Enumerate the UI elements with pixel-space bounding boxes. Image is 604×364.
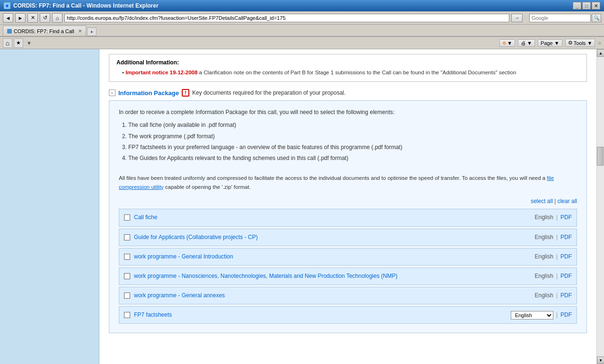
doc-row-right: English | PDF (535, 291, 572, 300)
favorites-btn[interactable]: ★ (14, 38, 23, 48)
notice-text: • Important notice 19-12-2008 a Clarific… (116, 69, 579, 77)
collapse-button[interactable]: − (109, 89, 115, 96)
content-area: Additional Information: • Important noti… (99, 49, 596, 364)
doc-pdf[interactable]: PDF (560, 311, 572, 320)
tools-label: Tools ▼ (574, 40, 593, 46)
doc-lang: English (535, 272, 553, 281)
stop-button[interactable]: ✕ (27, 13, 38, 23)
doc-name[interactable]: work programme - Nanosciences, Nanotechn… (134, 272, 398, 281)
tools-button[interactable]: ⚙ Tools ▼ (565, 39, 595, 47)
content-inner: Additional Information: • Important noti… (99, 49, 596, 338)
home-button[interactable]: ⌂ (52, 13, 62, 23)
doc-checkbox[interactable] (124, 254, 130, 260)
back-button[interactable]: ◄ (3, 13, 13, 23)
tab-close[interactable]: ✕ (78, 28, 82, 34)
doc-checkbox[interactable] (124, 234, 130, 240)
doc-pdf[interactable]: PDF (560, 252, 572, 261)
doc-list: select all | clear all Call fiche En (119, 197, 577, 324)
doc-row-left: work programme - General Introduction (124, 252, 233, 261)
additional-info-box: Additional Information: • Important noti… (109, 54, 587, 82)
doc-name[interactable]: Guide for Applicants (Collaborative proj… (134, 233, 258, 242)
doc-row: FP7 factsheets English French German | P… (119, 306, 577, 324)
doc-sep: | (556, 252, 558, 261)
doc-sep: | (556, 213, 558, 222)
list-item: The Guides for Applicants relevant to th… (128, 154, 577, 163)
doc-sep: | (556, 311, 558, 320)
exclamation-icon: ! (182, 89, 189, 97)
main-area: Additional Information: • Important noti… (0, 49, 604, 364)
doc-name[interactable]: FP7 factsheets (134, 311, 172, 320)
doc-row-right: English | PDF (535, 213, 572, 222)
forward-button[interactable]: ► (15, 13, 26, 23)
doc-row-right: English | PDF (535, 233, 572, 242)
select-all-link[interactable]: select all (531, 198, 553, 204)
scroll-up-button[interactable]: ▲ (597, 49, 604, 57)
section-header: − Information Package ! Key documents re… (109, 89, 587, 97)
doc-checkbox[interactable] (124, 273, 130, 279)
footer-note: All files have been treated uniformly an… (119, 174, 577, 191)
doc-lang: English (535, 233, 553, 242)
doc-checkbox[interactable] (124, 214, 130, 221)
rss-button[interactable]: ⊕ ▼ (499, 39, 515, 47)
info-package-section: − Information Package ! Key documents re… (109, 89, 587, 333)
info-box: In order to receive a complete Informati… (109, 100, 587, 333)
scroll-thumb[interactable] (597, 147, 604, 166)
doc-pdf[interactable]: PDF (560, 291, 572, 300)
doc-name[interactable]: work programme - General annexes (134, 291, 225, 300)
doc-row-left: Guide for Applicants (Collaborative proj… (124, 233, 258, 242)
doc-row-right: English | PDF (535, 272, 572, 281)
page-label: Page ▼ (541, 40, 560, 46)
list-item: FP7 factsheets in your preferred languag… (128, 143, 577, 152)
doc-row-left: work programme - Nanosciences, Nanotechn… (124, 272, 398, 281)
collapse-icon: − (111, 90, 114, 96)
doc-lang: English (535, 252, 553, 261)
doc-name[interactable]: Call fiche (134, 213, 157, 222)
home-toolbar-btn[interactable]: ⌂ (3, 38, 12, 48)
refresh-button[interactable]: ↺ (40, 13, 50, 23)
go-button[interactable]: → (511, 14, 523, 22)
list-item: The call fiche (only available in .pdf f… (128, 121, 577, 130)
doc-row: work programme - General annexes English… (119, 287, 577, 304)
tab-favicon (7, 29, 12, 34)
tab-label: CORDIS: FP7: Find a Call (14, 28, 74, 34)
doc-sep: | (556, 272, 558, 281)
new-tab-button[interactable]: + (87, 27, 97, 36)
language-dropdown[interactable]: English French German (511, 311, 553, 320)
info-list: The call fiche (only available in .pdf f… (128, 121, 577, 163)
doc-checkbox[interactable] (124, 312, 130, 318)
search-input[interactable] (529, 14, 591, 22)
notice-important: Important notice 19-12-2008 (125, 70, 197, 75)
section-title[interactable]: Information Package (118, 89, 179, 97)
print-button[interactable]: 🖨 ▼ (518, 39, 535, 47)
tab-bar: CORDIS: FP7: Find a Call ✕ + (0, 25, 604, 37)
app-icon: e (4, 2, 10, 9)
title-bar: e CORDIS: FP7: Find a Call - Windows Int… (0, 0, 604, 11)
select-links: select all | clear all (119, 197, 577, 206)
toolbar-expand[interactable]: » (598, 40, 601, 46)
doc-name[interactable]: work programme - General Introduction (134, 252, 233, 261)
doc-checkbox[interactable] (124, 293, 130, 299)
doc-row-right: English | PDF (535, 252, 572, 261)
footer-text: All files have been treated uniformly an… (119, 175, 545, 181)
close-button[interactable]: ✕ (592, 2, 600, 9)
doc-lang: English (535, 291, 553, 300)
doc-pdf[interactable]: PDF (560, 272, 572, 281)
browser-tab[interactable]: CORDIS: FP7: Find a Call ✕ (3, 26, 86, 36)
address-input[interactable] (64, 14, 509, 22)
doc-row-left: Call fiche (124, 213, 157, 222)
maximize-button[interactable]: □ (582, 2, 591, 9)
clear-all-link[interactable]: clear all (558, 198, 577, 204)
notice-body: a Clarification note on the contents of … (199, 70, 516, 75)
doc-row: work programme - Nanosciences, Nanotechn… (119, 267, 577, 285)
page-button[interactable]: Page ▼ (538, 39, 562, 47)
doc-pdf[interactable]: PDF (560, 213, 572, 222)
doc-row-left: FP7 factsheets (124, 311, 172, 320)
doc-row: Call fiche English | PDF (119, 209, 577, 226)
window-controls[interactable]: _ □ ✕ (573, 2, 600, 9)
section-desc: Key documents required for the preparati… (192, 89, 346, 96)
search-button[interactable]: 🔍 (592, 14, 601, 22)
scroll-down-button[interactable]: ▼ (597, 356, 604, 364)
minimize-button[interactable]: _ (573, 2, 581, 9)
doc-pdf[interactable]: PDF (560, 233, 572, 242)
scroll-track[interactable] (597, 57, 604, 356)
